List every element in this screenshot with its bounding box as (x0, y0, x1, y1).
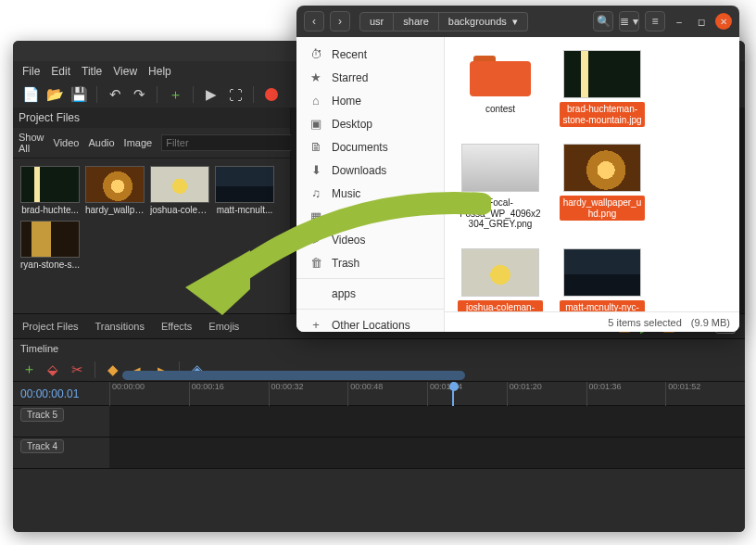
tab-effects[interactable]: Effects (161, 321, 192, 332)
clip-thumbnail (20, 221, 80, 258)
save-project-icon[interactable]: 💾 (70, 86, 87, 103)
breadcrumb-segment[interactable]: share (394, 12, 439, 32)
clip-caption: hardy_wallpa... (85, 205, 145, 215)
sidebar-item[interactable]: ⏱Recent (296, 43, 444, 66)
filter-input[interactable] (161, 134, 298, 151)
chevron-down-icon[interactable]: ▾ (512, 16, 518, 28)
tab-project-files[interactable]: Project Files (22, 321, 79, 332)
files-grid[interactable]: contestbrad-huchteman-stone-mountain.jpg… (445, 37, 739, 311)
sidebar-icon: ⬇ (309, 163, 322, 177)
export-icon[interactable] (263, 86, 280, 103)
file-thumbnail (461, 248, 539, 297)
filter-audio[interactable]: Audio (88, 137, 114, 148)
sidebar-item[interactable]: ♫Music (296, 182, 444, 205)
tab-transitions[interactable]: Transitions (95, 321, 145, 332)
track-label[interactable]: Track 4 (20, 439, 64, 453)
marker-add-icon[interactable]: ◆ (105, 361, 121, 378)
filter-show-all[interactable]: Show All (19, 132, 44, 154)
menu-title[interactable]: Title (82, 65, 102, 78)
file-item[interactable]: joshua-coleman-something-yellow.jpg (460, 248, 541, 312)
project-clip[interactable]: hardy_wallpa... (85, 166, 145, 215)
filter-image[interactable]: Image (124, 137, 153, 148)
file-item[interactable]: Focal-Fossa_WP_4096x2304_GREY.png (460, 144, 541, 232)
fullscreen-icon[interactable]: ⛶ (227, 86, 244, 103)
new-project-icon[interactable]: 📄 (22, 86, 39, 103)
track-lane[interactable] (109, 406, 745, 437)
window-maximize-icon[interactable]: ◻ (693, 13, 710, 30)
sidebar-item[interactable]: ▦Pictures (296, 205, 444, 228)
razor-icon[interactable]: ✂ (69, 361, 85, 378)
nav-back-icon[interactable]: ‹ (304, 11, 324, 32)
menu-file[interactable]: File (22, 65, 40, 78)
sidebar-item[interactable]: ★Starred (296, 66, 444, 89)
files-sidebar: ⏱Recent★Starred⌂Home▣Desktop🗎Documents⬇D… (296, 37, 445, 332)
filter-video[interactable]: Video (54, 137, 80, 148)
separator (253, 86, 254, 103)
project-files-grid[interactable]: brad-huchte...hardy_wallpa...joshua-cole… (13, 158, 290, 277)
hamburger-menu-icon[interactable]: ≡ (645, 11, 665, 32)
project-clip[interactable]: ryan-stone-s... (20, 221, 80, 270)
timeline-header: Timeline (13, 339, 745, 358)
sidebar-item[interactable]: ⌂Home (296, 89, 444, 112)
sidebar-item[interactable]: ⬇Downloads (296, 158, 444, 182)
track-lane[interactable] (109, 437, 745, 468)
sidebar-item[interactable]: 🗎Documents (296, 135, 444, 158)
menu-help[interactable]: Help (148, 65, 171, 78)
ruler-tick: 00:00:00 (109, 382, 145, 406)
clip-caption: brad-huchte... (20, 205, 80, 215)
project-clip[interactable]: brad-huchte... (20, 166, 80, 215)
nav-forward-icon[interactable]: › (330, 11, 350, 32)
folder-item[interactable]: contest (460, 50, 541, 127)
clip-caption: ryan-stone-s... (20, 260, 80, 270)
menu-edit[interactable]: Edit (51, 65, 70, 78)
redo-icon[interactable]: ↷ (131, 86, 147, 103)
separator (193, 86, 194, 103)
project-files-panel: Project Files Show All Video Audio Image… (13, 108, 291, 313)
file-item[interactable]: brad-huchteman-stone-mountain.jpg (561, 50, 643, 127)
files-window: ‹ › usr share backgrounds▾ 🔍 ≣ ▾ ≡ – ◻ ✕… (296, 6, 739, 332)
sidebar-icon: 🗎 (309, 140, 322, 154)
profile-icon[interactable]: ▶ (203, 86, 220, 103)
tab-emojis[interactable]: Emojis (208, 321, 239, 332)
view-list-icon[interactable]: ≣ ▾ (619, 11, 639, 32)
open-project-icon[interactable]: 📂 (46, 86, 63, 103)
playhead[interactable] (452, 382, 454, 406)
breadcrumb-segment[interactable]: backgrounds▾ (439, 12, 528, 32)
sidebar-item[interactable]: ▸Videos (296, 228, 444, 251)
sidebar-icon: ♫ (309, 186, 322, 200)
file-caption: hardy_wallpaper_uhd.png (560, 196, 645, 221)
sidebar-item[interactable]: 🗑Trash (296, 251, 444, 274)
search-icon[interactable]: 🔍 (593, 11, 613, 32)
file-item[interactable]: hardy_wallpaper_uhd.png (561, 144, 643, 232)
sidebar-icon: ▣ (309, 117, 322, 131)
separator (157, 86, 158, 103)
file-item[interactable]: matt-mcnulty-nyc-2nd-ave.jpg (561, 248, 643, 312)
timeline-scrollbar-thumb[interactable] (122, 371, 465, 380)
file-caption: matt-mcnulty-nyc-2nd-ave.jpg (560, 300, 645, 312)
ruler-tick: 00:01:52 (665, 382, 700, 406)
timeline-ruler[interactable]: 00:00:0000:00:1600:00:3200:00:4800:01:04… (109, 382, 745, 406)
import-files-icon[interactable]: ＋ (167, 86, 183, 103)
ruler-tick: 00:00:32 (269, 382, 304, 406)
sidebar-item[interactable]: apps (296, 283, 444, 305)
sidebar-label: Documents (332, 141, 388, 154)
undo-icon[interactable]: ↶ (107, 86, 123, 103)
window-minimize-icon[interactable]: – (671, 13, 687, 30)
track-label[interactable]: Track 5 (20, 408, 64, 422)
snap-icon[interactable]: ⬙ (44, 361, 61, 378)
sidebar-label: Desktop (332, 118, 372, 131)
track-row: Track 4 (13, 437, 745, 469)
sidebar-item[interactable]: ▣Desktop (296, 112, 444, 135)
breadcrumb-segment[interactable]: usr (359, 12, 394, 32)
status-count: 5 items selected (608, 317, 681, 328)
sidebar-icon: ⏱ (309, 47, 322, 61)
clip-thumbnail (85, 166, 145, 203)
clip-thumbnail (150, 166, 209, 203)
window-close-icon[interactable]: ✕ (715, 13, 732, 30)
menu-view[interactable]: View (113, 65, 137, 78)
project-clip[interactable]: joshua-colem... (150, 166, 209, 215)
project-clip[interactable]: matt-mcnult... (215, 166, 274, 215)
separator (94, 361, 95, 378)
sidebar-other-locations[interactable]: +Other Locations (296, 313, 444, 332)
add-track-icon[interactable]: ＋ (20, 361, 37, 378)
